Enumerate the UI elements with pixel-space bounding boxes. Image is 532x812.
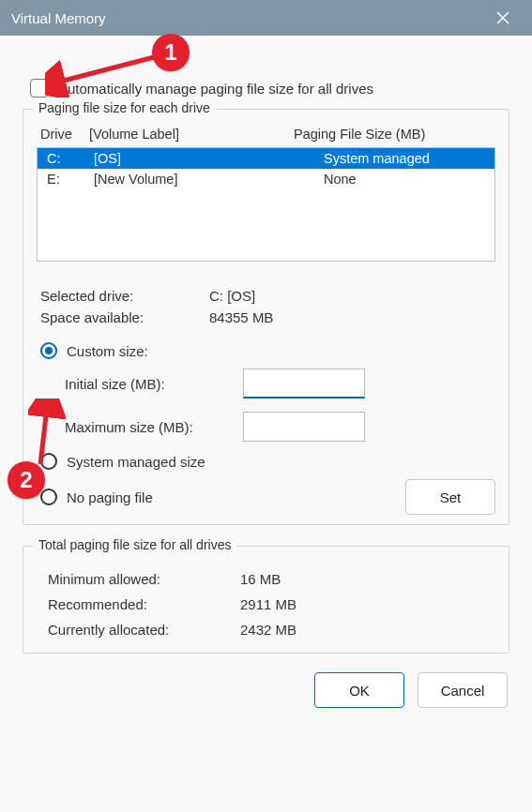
drive-list-header: Drive [Volume Label] Paging File Size (M… <box>37 123 495 147</box>
radio-no-paging[interactable] <box>40 489 57 505</box>
recommended-label: Recommended: <box>48 596 240 612</box>
header-volume: [Volume Label] <box>89 127 294 142</box>
ok-button[interactable]: OK <box>314 672 404 708</box>
recommended-value: 2911 MB <box>240 596 488 612</box>
drive-row[interactable]: E: [New Volume] None <box>38 169 494 189</box>
space-available-value: 84355 MB <box>209 309 492 325</box>
drive-paging: None <box>324 172 485 187</box>
selected-drive-value: C: [OS] <box>209 288 492 304</box>
header-paging-size: Paging File Size (MB) <box>294 127 492 142</box>
selected-drive-label: Selected drive: <box>40 288 209 304</box>
totals-group-title: Total paging file size for all drives <box>33 537 236 552</box>
currently-allocated-value: 2432 MB <box>240 622 488 638</box>
space-available-label: Space available: <box>40 309 209 325</box>
radio-no-paging-label: No paging file <box>67 489 153 505</box>
close-icon <box>496 11 509 24</box>
drive-volume: [New Volume] <box>94 172 324 187</box>
set-button[interactable]: Set <box>405 479 495 515</box>
maximum-size-label: Maximum size (MB): <box>65 419 243 435</box>
drives-group: Paging file size for each drive Drive [V… <box>23 109 509 525</box>
totals-group: Total paging file size for all drives Mi… <box>23 546 509 654</box>
initial-size-label: Initial size (MB): <box>65 376 243 392</box>
auto-manage-label: Automatically manage paging file size fo… <box>58 81 373 97</box>
annotation-badge-2: 2 <box>8 461 45 499</box>
drives-group-title: Paging file size for each drive <box>33 100 216 115</box>
window-title: Virtual Memory <box>11 10 106 26</box>
min-allowed-value: 16 MB <box>240 571 488 587</box>
maximum-size-input[interactable] <box>243 412 365 442</box>
radio-system-managed[interactable] <box>40 453 57 470</box>
header-drive: Drive <box>40 127 89 142</box>
drive-paging: System managed <box>324 151 485 166</box>
drive-listbox[interactable]: C: [OS] System managed E: [New Volume] N… <box>37 147 495 262</box>
annotation-badge-1: 1 <box>152 34 190 71</box>
radio-custom-label: Custom size: <box>67 343 148 359</box>
titlebar[interactable]: Virtual Memory <box>0 0 532 36</box>
cancel-button[interactable]: Cancel <box>418 672 508 708</box>
min-allowed-label: Minimum allowed: <box>48 571 240 587</box>
auto-manage-checkbox[interactable] <box>30 79 49 98</box>
drive-letter: E: <box>47 172 94 187</box>
radio-custom-size[interactable] <box>40 342 57 359</box>
drive-letter: C: <box>47 151 94 166</box>
radio-system-label: System managed size <box>67 454 205 470</box>
currently-allocated-label: Currently allocated: <box>48 622 240 638</box>
initial-size-input[interactable] <box>243 368 365 398</box>
drive-volume: [OS] <box>94 151 324 166</box>
close-button[interactable] <box>485 0 521 36</box>
drive-row[interactable]: C: [OS] System managed <box>38 148 494 169</box>
